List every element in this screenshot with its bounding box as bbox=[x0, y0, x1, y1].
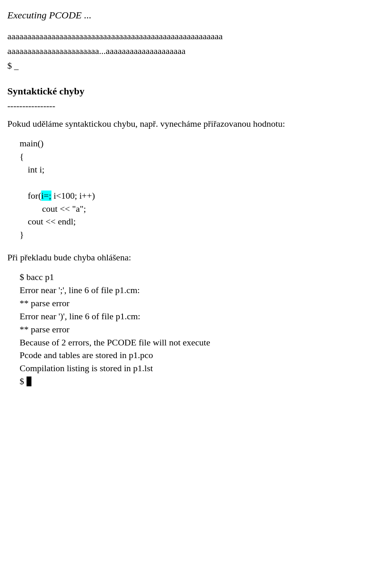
output-line2: Error near ';', line 6 of file p1.cm: bbox=[20, 284, 385, 297]
page-content: Executing PCODE ... aaaaaaaaaaaaaaaaaaaa… bbox=[7, 8, 385, 388]
output-line5: ** parse error bbox=[20, 323, 385, 336]
dollar-prompt: $ bbox=[20, 376, 27, 386]
output-line4: Error near ')', line 6 of file p1.cm: bbox=[20, 310, 385, 323]
code-line3: int i; bbox=[20, 163, 385, 176]
code-for-pre: for( bbox=[28, 191, 41, 201]
code-highlight: i=; bbox=[41, 191, 51, 201]
code-line4: for(i=; i<100; i++) bbox=[20, 189, 385, 202]
code-line7: } bbox=[20, 228, 385, 241]
dollar-line-top: $ _ bbox=[7, 59, 385, 72]
intro-text-content: Pokud uděláme syntaktickou chybu, např. … bbox=[7, 119, 285, 129]
cursor-blink bbox=[27, 377, 31, 386]
output-block: $ bacc p1 Error near ';', line 6 of file… bbox=[7, 271, 385, 388]
output-line1: $ bacc p1 bbox=[20, 271, 385, 284]
translation-text: Při překladu bude chyba ohlášena: bbox=[7, 251, 385, 264]
output-line8: Compilation listing is stored in p1.lst bbox=[20, 362, 385, 375]
executing-title: Executing PCODE ... bbox=[7, 8, 385, 22]
section-divider: ---------------- bbox=[7, 99, 385, 112]
code-line1: main() bbox=[20, 137, 385, 150]
code-for-post: i<100; i++) bbox=[51, 191, 95, 201]
syntax-section-title: Syntaktické chyby bbox=[7, 84, 385, 99]
aaaa-line2: aaaaaaaaaaaaaaaaaaaaaaa...aaaaaaaaaaaaaa… bbox=[7, 45, 385, 58]
intro-text: Pokud uděláme syntaktickou chybu, např. … bbox=[7, 117, 385, 130]
output-line3: ** parse error bbox=[20, 297, 385, 310]
code-block: main() { int i; for(i=; i<100; i++) cout… bbox=[7, 137, 385, 241]
code-line5: cout << "a"; bbox=[20, 202, 385, 215]
aaaa-line1: aaaaaaaaaaaaaaaaaaaaaaaaaaaaaaaaaaaaaaaa… bbox=[7, 30, 385, 43]
code-empty1 bbox=[20, 176, 385, 189]
output-line9: $ bbox=[20, 375, 385, 388]
output-line7: Pcode and tables are stored in p1.pco bbox=[20, 349, 385, 362]
code-line6: cout << endl; bbox=[20, 215, 385, 228]
code-line2: { bbox=[20, 150, 385, 163]
output-line6: Because of 2 errors, the PCODE file will… bbox=[20, 336, 385, 349]
